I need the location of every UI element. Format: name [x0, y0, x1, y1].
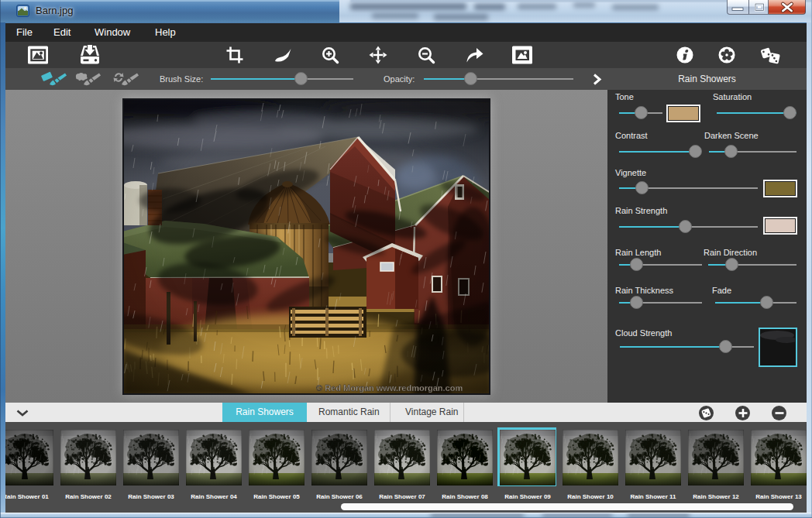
- svg-text:© Red Morgan www.redmorgan.co: © Red Morgan www.redmorgan.com: [316, 383, 463, 393]
